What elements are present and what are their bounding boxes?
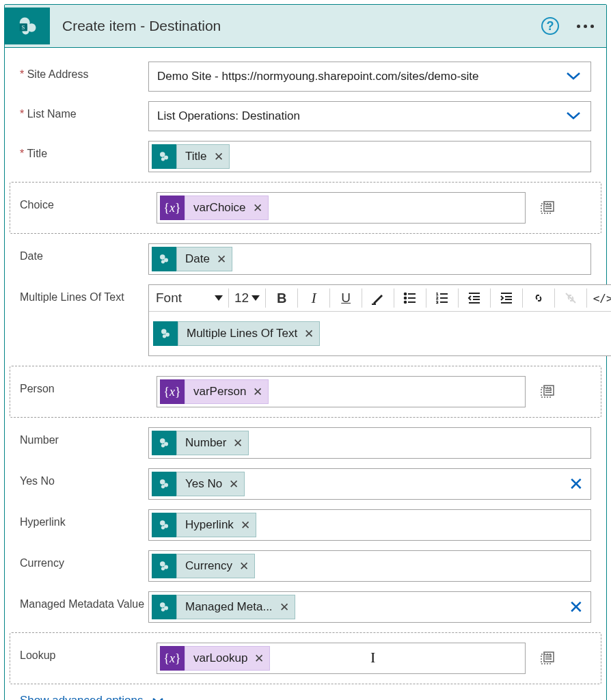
font-size-dropdown[interactable]: 12 (234, 291, 260, 306)
remove-token-icon[interactable]: ✕ (241, 518, 250, 533)
remove-token-icon[interactable]: ✕ (253, 201, 262, 215)
indent-button[interactable] (496, 288, 517, 308)
highlight-button[interactable] (368, 288, 388, 308)
chevron-down-icon[interactable] (566, 109, 581, 123)
sharepoint-icon (153, 321, 178, 346)
hyperlink-input[interactable]: Hyperlink✕ (148, 509, 591, 541)
label-choice: Choice (20, 192, 157, 211)
token-number[interactable]: Number✕ (152, 431, 249, 455)
text-cursor-icon: I (370, 649, 375, 667)
code-view-button[interactable]: </> (593, 288, 611, 308)
site-address-dropdown[interactable]: Demo Site - https://normyoung.sharepoint… (148, 62, 591, 92)
svg-text:3: 3 (436, 300, 439, 304)
label-metadata: Managed Metadata Value (20, 591, 148, 610)
array-picker-icon[interactable] (538, 382, 557, 401)
card-body: Site Address Demo Site - https://normyou… (5, 48, 606, 700)
sharepoint-icon (152, 554, 176, 578)
unlink-button[interactable] (560, 288, 581, 308)
svg-point-52 (160, 520, 165, 526)
choice-input[interactable]: {x} varChoice✕ (157, 192, 526, 224)
token-varlookup[interactable]: {x} varLookup✕ (160, 646, 270, 671)
svg-point-38 (161, 329, 167, 334)
card-title: Create item - Destination (50, 18, 541, 34)
token-hyperlink[interactable]: Hyperlink✕ (152, 513, 256, 537)
date-input[interactable]: Date✕ (148, 243, 591, 275)
clear-field-icon[interactable]: ✕ (569, 598, 584, 616)
underline-button[interactable]: U (336, 288, 356, 308)
remove-token-icon[interactable]: ✕ (280, 600, 289, 615)
lookup-input[interactable]: {x} varLookup✕ I (157, 643, 526, 674)
row-yesno: Yes No Yes No✕ ✕ (20, 468, 591, 500)
metadata-input[interactable]: Managed Meta...✕ ✕ (148, 591, 591, 623)
mlot-richtext[interactable]: Font 12 B I U 123 (148, 284, 611, 356)
action-card: S Create item - Destination ? Site Addre… (4, 4, 607, 700)
svg-point-13 (160, 254, 165, 260)
svg-point-19 (405, 297, 407, 299)
chevron-down-icon[interactable] (566, 70, 581, 83)
label-number: Number (20, 427, 148, 446)
remove-token-icon[interactable]: ✕ (254, 651, 264, 666)
row-site-address: Site Address Demo Site - https://normyou… (20, 62, 591, 92)
label-site-address: Site Address (20, 62, 148, 81)
remove-token-icon[interactable]: ✕ (229, 477, 239, 492)
svg-point-51 (161, 485, 165, 488)
remove-token-icon[interactable]: ✕ (304, 327, 314, 341)
row-metadata: Managed Metadata Value Managed Meta...✕ … (20, 591, 591, 623)
currency-input[interactable]: Currency✕ (148, 550, 591, 582)
label-currency: Currency (20, 550, 148, 569)
remove-token-icon[interactable]: ✕ (253, 385, 262, 399)
token-mlot[interactable]: Multiple Lines Of Text✕ (153, 321, 611, 346)
svg-point-5 (160, 152, 165, 157)
svg-point-40 (163, 334, 166, 338)
row-hyperlink: Hyperlink Hyperlink✕ (20, 509, 591, 541)
sharepoint-connector-icon: S (5, 8, 50, 44)
list-name-dropdown[interactable]: List Operations: Destination (148, 101, 591, 131)
font-family-dropdown[interactable]: Font (154, 288, 223, 308)
row-person: Person {x} varPerson✕ (10, 366, 601, 418)
row-list-name: List Name List Operations: Destination (20, 101, 591, 131)
person-input[interactable]: {x} varPerson✕ (157, 376, 526, 407)
token-yesno[interactable]: Yes No✕ (152, 472, 245, 496)
show-advanced-options-link[interactable]: Show advanced options (20, 694, 591, 700)
label-title: Title (20, 141, 148, 160)
help-icon[interactable]: ? (541, 17, 559, 35)
token-currency[interactable]: Currency✕ (152, 554, 255, 578)
numbered-list-button[interactable]: 123 (432, 288, 452, 308)
clear-field-icon[interactable]: ✕ (569, 475, 584, 493)
svg-point-55 (160, 561, 165, 567)
label-hyperlink: Hyperlink (20, 509, 148, 528)
token-title[interactable]: Title✕ (152, 144, 230, 169)
bullet-list-button[interactable] (400, 288, 420, 308)
more-actions-icon[interactable] (577, 25, 594, 28)
link-button[interactable] (528, 288, 549, 308)
remove-token-icon[interactable]: ✕ (239, 559, 249, 574)
token-metadata[interactable]: Managed Meta...✕ (152, 595, 295, 619)
sharepoint-icon (152, 472, 176, 496)
triangle-down-icon (215, 295, 223, 301)
token-varchoice[interactable]: {x} varChoice✕ (160, 196, 269, 220)
number-input[interactable]: Number✕ (148, 427, 591, 459)
bold-button[interactable]: B (271, 288, 292, 308)
svg-point-15 (161, 260, 165, 263)
svg-rect-16 (372, 304, 376, 305)
remove-token-icon[interactable]: ✕ (217, 252, 226, 267)
remove-token-icon[interactable]: ✕ (214, 150, 223, 164)
richtext-toolbar: Font 12 B I U 123 (149, 285, 611, 312)
svg-point-7 (161, 157, 165, 161)
variable-icon: {x} (160, 646, 185, 671)
row-number: Number Number✕ (20, 427, 591, 459)
svg-point-21 (405, 301, 407, 304)
token-date[interactable]: Date✕ (152, 247, 232, 271)
title-input[interactable]: Title✕ (148, 141, 591, 172)
yesno-input[interactable]: Yes No✕ ✕ (148, 468, 591, 500)
sharepoint-icon (152, 247, 176, 271)
remove-token-icon[interactable]: ✕ (233, 436, 243, 450)
sharepoint-icon (152, 144, 176, 169)
outdent-button[interactable] (464, 288, 485, 308)
card-header: S Create item - Destination ? (5, 5, 606, 48)
italic-button[interactable]: I (303, 288, 324, 308)
array-picker-icon[interactable] (538, 649, 557, 668)
array-picker-icon[interactable] (538, 198, 557, 217)
label-yesno: Yes No (20, 468, 148, 487)
token-varperson[interactable]: {x} varPerson✕ (160, 379, 269, 404)
